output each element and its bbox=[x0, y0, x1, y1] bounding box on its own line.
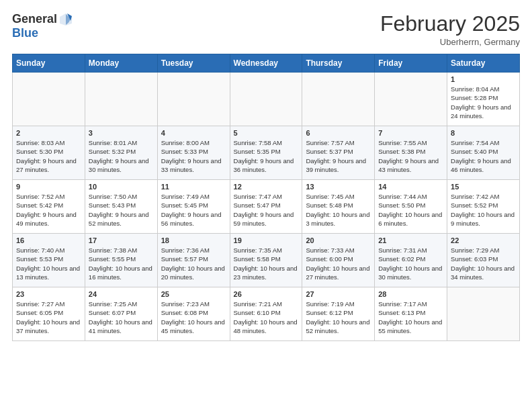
day-number: 15 bbox=[451, 183, 516, 191]
day-number: 6 bbox=[306, 129, 371, 137]
day-number: 5 bbox=[234, 129, 299, 137]
day-info: Sunrise: 7:17 AM Sunset: 6:13 PM Dayligh… bbox=[378, 300, 443, 335]
calendar-cell: 27Sunrise: 7:19 AM Sunset: 6:12 PM Dayli… bbox=[302, 287, 375, 341]
week-row-4: 16Sunrise: 7:40 AM Sunset: 5:53 PM Dayli… bbox=[13, 234, 520, 287]
day-info: Sunrise: 7:29 AM Sunset: 6:03 PM Dayligh… bbox=[451, 246, 516, 281]
calendar-cell bbox=[302, 73, 375, 126]
day-info: Sunrise: 7:27 AM Sunset: 6:05 PM Dayligh… bbox=[16, 300, 81, 335]
day-number: 22 bbox=[451, 236, 516, 244]
header: General Blue February 2025 Uberherrn, Ge… bbox=[12, 12, 520, 47]
calendar-cell: 16Sunrise: 7:40 AM Sunset: 5:53 PM Dayli… bbox=[13, 234, 85, 287]
day-number: 8 bbox=[451, 129, 516, 137]
calendar-cell bbox=[85, 73, 157, 126]
day-number: 3 bbox=[89, 129, 154, 137]
calendar-cell: 18Sunrise: 7:36 AM Sunset: 5:57 PM Dayli… bbox=[157, 234, 230, 287]
calendar-cell: 26Sunrise: 7:21 AM Sunset: 6:10 PM Dayli… bbox=[230, 287, 302, 341]
day-info: Sunrise: 7:40 AM Sunset: 5:53 PM Dayligh… bbox=[16, 246, 81, 281]
calendar-cell bbox=[447, 287, 520, 341]
day-info: Sunrise: 7:58 AM Sunset: 5:35 PM Dayligh… bbox=[234, 138, 299, 174]
day-number: 13 bbox=[306, 183, 371, 191]
day-info: Sunrise: 8:00 AM Sunset: 5:33 PM Dayligh… bbox=[161, 138, 226, 174]
week-row-2: 2Sunrise: 8:03 AM Sunset: 5:30 PM Daylig… bbox=[13, 126, 520, 180]
day-info: Sunrise: 8:03 AM Sunset: 5:30 PM Dayligh… bbox=[16, 138, 81, 174]
day-number: 7 bbox=[378, 129, 443, 137]
day-number: 21 bbox=[378, 236, 443, 244]
day-info: Sunrise: 7:55 AM Sunset: 5:38 PM Dayligh… bbox=[378, 138, 443, 174]
calendar-cell: 7Sunrise: 7:55 AM Sunset: 5:38 PM Daylig… bbox=[375, 126, 447, 180]
day-info: Sunrise: 7:35 AM Sunset: 5:58 PM Dayligh… bbox=[234, 246, 299, 281]
calendar-cell: 3Sunrise: 8:01 AM Sunset: 5:32 PM Daylig… bbox=[85, 126, 157, 180]
calendar-cell: 4Sunrise: 8:00 AM Sunset: 5:33 PM Daylig… bbox=[157, 126, 230, 180]
day-info: Sunrise: 7:42 AM Sunset: 5:52 PM Dayligh… bbox=[451, 192, 516, 228]
calendar-cell: 8Sunrise: 7:54 AM Sunset: 5:40 PM Daylig… bbox=[447, 126, 520, 180]
week-row-5: 23Sunrise: 7:27 AM Sunset: 6:05 PM Dayli… bbox=[13, 287, 520, 341]
day-number: 4 bbox=[161, 129, 226, 137]
day-number: 18 bbox=[161, 236, 226, 244]
day-info: Sunrise: 7:36 AM Sunset: 5:57 PM Dayligh… bbox=[161, 246, 226, 281]
day-info: Sunrise: 7:54 AM Sunset: 5:40 PM Dayligh… bbox=[451, 138, 516, 174]
day-info: Sunrise: 7:47 AM Sunset: 5:47 PM Dayligh… bbox=[234, 192, 299, 228]
day-info: Sunrise: 7:31 AM Sunset: 6:02 PM Dayligh… bbox=[378, 246, 443, 281]
day-number: 12 bbox=[234, 183, 299, 191]
day-number: 26 bbox=[234, 290, 299, 298]
day-info: Sunrise: 7:25 AM Sunset: 6:07 PM Dayligh… bbox=[89, 300, 154, 335]
weekday-header-saturday: Saturday bbox=[447, 54, 520, 73]
logo-icon bbox=[58, 12, 73, 27]
day-info: Sunrise: 7:49 AM Sunset: 5:45 PM Dayligh… bbox=[161, 192, 226, 228]
day-number: 10 bbox=[89, 183, 154, 191]
weekday-header-wednesday: Wednesday bbox=[230, 54, 302, 73]
calendar-cell: 2Sunrise: 8:03 AM Sunset: 5:30 PM Daylig… bbox=[13, 126, 85, 180]
day-info: Sunrise: 7:45 AM Sunset: 5:48 PM Dayligh… bbox=[306, 192, 371, 228]
calendar-cell: 12Sunrise: 7:47 AM Sunset: 5:47 PM Dayli… bbox=[230, 180, 302, 234]
calendar-cell: 9Sunrise: 7:52 AM Sunset: 5:42 PM Daylig… bbox=[13, 180, 85, 234]
day-info: Sunrise: 7:44 AM Sunset: 5:50 PM Dayligh… bbox=[378, 192, 443, 228]
day-number: 17 bbox=[89, 236, 154, 244]
week-row-1: 1Sunrise: 8:04 AM Sunset: 5:28 PM Daylig… bbox=[13, 73, 520, 126]
day-number: 2 bbox=[16, 129, 81, 137]
day-number: 16 bbox=[16, 236, 81, 244]
calendar-cell: 24Sunrise: 7:25 AM Sunset: 6:07 PM Dayli… bbox=[85, 287, 157, 341]
calendar-table: SundayMondayTuesdayWednesdayThursdayFrid… bbox=[12, 54, 520, 341]
weekday-header-row: SundayMondayTuesdayWednesdayThursdayFrid… bbox=[13, 54, 520, 73]
calendar-cell: 19Sunrise: 7:35 AM Sunset: 5:58 PM Dayli… bbox=[230, 234, 302, 287]
calendar-cell bbox=[230, 73, 302, 126]
calendar-cell: 13Sunrise: 7:45 AM Sunset: 5:48 PM Dayli… bbox=[302, 180, 375, 234]
calendar-cell: 5Sunrise: 7:58 AM Sunset: 5:35 PM Daylig… bbox=[230, 126, 302, 180]
calendar-page: General Blue February 2025 Uberherrn, Ge… bbox=[0, 0, 532, 351]
day-info: Sunrise: 7:23 AM Sunset: 6:08 PM Dayligh… bbox=[161, 300, 226, 335]
day-info: Sunrise: 7:50 AM Sunset: 5:43 PM Dayligh… bbox=[89, 192, 154, 228]
location-subtitle: Uberherrn, Germany bbox=[380, 37, 520, 47]
day-number: 1 bbox=[451, 75, 516, 83]
day-number: 28 bbox=[378, 290, 443, 298]
calendar-cell bbox=[13, 73, 85, 126]
weekday-header-friday: Friday bbox=[375, 54, 447, 73]
logo: General Blue bbox=[12, 12, 73, 40]
day-info: Sunrise: 7:21 AM Sunset: 6:10 PM Dayligh… bbox=[234, 300, 299, 335]
calendar-cell: 1Sunrise: 8:04 AM Sunset: 5:28 PM Daylig… bbox=[447, 73, 520, 126]
logo-blue-text: Blue bbox=[12, 26, 38, 40]
calendar-cell bbox=[375, 73, 447, 126]
day-number: 20 bbox=[306, 236, 371, 244]
day-number: 24 bbox=[89, 290, 154, 298]
day-info: Sunrise: 7:19 AM Sunset: 6:12 PM Dayligh… bbox=[306, 300, 371, 335]
calendar-cell: 14Sunrise: 7:44 AM Sunset: 5:50 PM Dayli… bbox=[375, 180, 447, 234]
calendar-cell: 25Sunrise: 7:23 AM Sunset: 6:08 PM Dayli… bbox=[157, 287, 230, 341]
day-number: 23 bbox=[16, 290, 81, 298]
day-number: 14 bbox=[378, 183, 443, 191]
day-number: 19 bbox=[234, 236, 299, 244]
calendar-cell: 10Sunrise: 7:50 AM Sunset: 5:43 PM Dayli… bbox=[85, 180, 157, 234]
calendar-cell: 17Sunrise: 7:38 AM Sunset: 5:55 PM Dayli… bbox=[85, 234, 157, 287]
calendar-cell bbox=[157, 73, 230, 126]
day-info: Sunrise: 7:52 AM Sunset: 5:42 PM Dayligh… bbox=[16, 192, 81, 228]
day-number: 11 bbox=[161, 183, 226, 191]
month-title: February 2025 bbox=[380, 12, 520, 36]
day-number: 27 bbox=[306, 290, 371, 298]
calendar-cell: 20Sunrise: 7:33 AM Sunset: 6:00 PM Dayli… bbox=[302, 234, 375, 287]
calendar-cell: 6Sunrise: 7:57 AM Sunset: 5:37 PM Daylig… bbox=[302, 126, 375, 180]
day-info: Sunrise: 8:04 AM Sunset: 5:28 PM Dayligh… bbox=[451, 85, 516, 120]
day-number: 9 bbox=[16, 183, 81, 191]
calendar-cell: 28Sunrise: 7:17 AM Sunset: 6:13 PM Dayli… bbox=[375, 287, 447, 341]
day-number: 25 bbox=[161, 290, 226, 298]
weekday-header-monday: Monday bbox=[85, 54, 157, 73]
week-row-3: 9Sunrise: 7:52 AM Sunset: 5:42 PM Daylig… bbox=[13, 180, 520, 234]
